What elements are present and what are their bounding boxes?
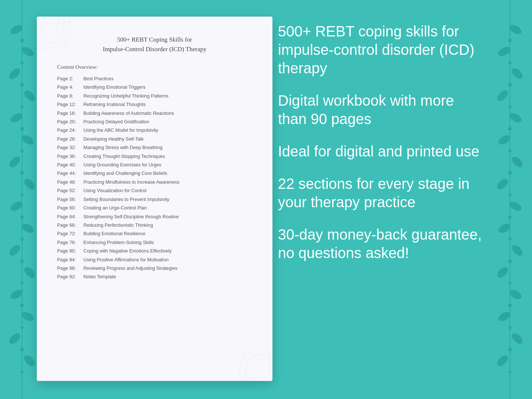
svg-point-50 — [508, 39, 512, 42]
svg-point-56 — [508, 171, 512, 175]
svg-point-7 — [7, 155, 22, 169]
toc-item-21: Page 80: Coping with Negative Emotions E… — [57, 248, 252, 254]
toc-title-22: Using Positive Affirmations for Motivati… — [84, 257, 169, 262]
toc-page-9: Page 32: — [57, 144, 82, 151]
svg-point-3 — [7, 66, 22, 81]
svg-point-9 — [9, 200, 24, 212]
toc-item-4: Page 12: Reframing Irrational Thoughts — [57, 101, 252, 108]
svg-point-32 — [21, 370, 24, 373]
toc-title-16: Creating an Urge-Control Plan — [84, 205, 147, 211]
svg-point-67 — [37, 17, 64, 44]
svg-point-29 — [20, 304, 24, 307]
toc-item-14: Page 52: Using Visualization for Control — [57, 187, 252, 194]
right-panel-bullet5: 30-day money-back guarantee, no question… — [278, 225, 484, 262]
toc-item-8: Page 28: Developing Healthy Self-Talk — [57, 136, 252, 142]
svg-point-64 — [508, 348, 512, 352]
toc-title-9: Managing Stress with Deep Breathing — [84, 145, 163, 150]
svg-point-34 — [508, 23, 523, 36]
toc-title-13: Practicing Mindfulness to Increase Aware… — [84, 179, 180, 185]
right-panel: 500+ REBT coping skills for impulse-cont… — [278, 22, 484, 276]
svg-point-5 — [9, 111, 24, 124]
svg-point-65 — [508, 370, 511, 373]
toc-page-3: Page 8: — [57, 93, 82, 99]
toc-item-3: Page 8: Recognizing Unhelpful Thinking P… — [57, 93, 252, 99]
toc-title-7: Using the ABC Model for Impulsivity — [84, 127, 158, 133]
toc-item-16: Page 60: Creating an Urge-Control Plan — [57, 205, 252, 211]
svg-point-24 — [21, 194, 24, 197]
svg-point-45 — [495, 265, 510, 280]
toc-page-7: Page 24: — [57, 127, 82, 134]
svg-point-43 — [497, 222, 512, 234]
toc-page-21: Page 80: — [57, 248, 82, 254]
right-panel-bullet2: Digital workbook with more than 90 pages — [278, 91, 484, 128]
toc-item-23: Page 88: Reviewing Progress and Adjustin… — [57, 265, 252, 272]
document-card: 500+ REBT Coping Skills for Impulse-Cont… — [37, 17, 272, 381]
toc-title-20: Enhancing Problem-Solving Skills — [84, 240, 154, 245]
svg-point-4 — [22, 88, 37, 103]
svg-point-14 — [20, 310, 35, 323]
toc-item-6: Page 20: Practicing Delayed Gratificatio… — [57, 119, 252, 125]
toc-title-24: Notes Template — [84, 274, 116, 279]
right-panel-bullet1: 500+ REBT coping skills for impulse-cont… — [278, 22, 484, 77]
svg-point-49 — [495, 353, 510, 368]
toc-title-23: Reviewing Progress and Adjusting Strateg… — [84, 265, 177, 271]
svg-point-17 — [20, 39, 24, 42]
svg-point-42 — [508, 200, 523, 212]
toc-page-4: Page 12: — [57, 101, 82, 108]
toc-title-19: Building Emotional Resilience — [84, 231, 146, 236]
doc-title-line1: 500+ REBT Coping Skills for — [117, 36, 192, 43]
svg-point-23 — [20, 171, 24, 175]
toc-page-5: Page 16: — [57, 110, 82, 117]
doc-corner-decoration-br — [206, 329, 272, 381]
svg-point-52 — [508, 83, 512, 86]
toc-item-5: Page 16: Building Awareness of Automatic… — [57, 110, 252, 117]
svg-point-68 — [37, 17, 70, 50]
svg-point-13 — [9, 288, 24, 301]
toc-item-12: Page 44: Identifying and Challenging Cor… — [57, 170, 252, 177]
toc-page-1: Page 2: — [57, 75, 82, 82]
svg-point-55 — [508, 149, 511, 152]
svg-point-8 — [22, 177, 37, 191]
svg-point-72 — [239, 348, 272, 381]
svg-point-39 — [497, 133, 512, 146]
svg-point-11 — [7, 243, 22, 258]
svg-point-37 — [495, 88, 510, 103]
right-panel-bullet3: Ideal for digital and printed use — [278, 142, 484, 160]
toc-item-7: Page 24: Using the ABC Model for Impulsi… — [57, 127, 252, 134]
toc-page-10: Page 36: — [57, 153, 82, 160]
toc-item-10: Page 36: Creating Thought-Stopping Techn… — [57, 153, 252, 160]
toc-item-15: Page 56: Setting Boundaries to Prevent I… — [57, 196, 252, 203]
svg-point-26 — [21, 238, 24, 241]
toc-title-17: Strengthening Self-Discipline through Ro… — [84, 214, 179, 219]
toc-page-23: Page 88: — [57, 265, 82, 272]
doc-title-line2: Impulse-Control Disorder (ICD) Therapy — [103, 46, 207, 53]
toc-title-15: Setting Boundaries to Prevent Impulsivit… — [84, 197, 169, 202]
svg-point-22 — [21, 149, 24, 152]
svg-point-40 — [510, 155, 525, 169]
toc-page-14: Page 52: — [57, 187, 82, 194]
toc-title-1: Best Practices — [84, 76, 114, 81]
toc-title-8: Developing Healthy Self-Talk — [84, 136, 144, 142]
toc-title-18: Reducing Perfectionistic Thinking — [84, 222, 153, 228]
svg-point-25 — [20, 215, 24, 219]
toc-item-19: Page 72: Building Emotional Resilience — [57, 230, 252, 237]
toc-page-12: Page 44: — [57, 170, 82, 177]
svg-point-54 — [508, 127, 512, 131]
svg-point-36 — [510, 66, 525, 81]
toc-title-5: Building Awareness of Automatic Reaction… — [84, 110, 174, 116]
svg-point-60 — [508, 259, 512, 263]
toc-page-8: Page 28: — [57, 136, 82, 142]
table-of-contents: Page 2: Best Practices Page 4: Identifyi… — [57, 75, 252, 280]
toc-page-6: Page 20: — [57, 119, 82, 125]
toc-page-17: Page 64: — [57, 213, 82, 220]
toc-title-3: Recognizing Unhelpful Thinking Patterns — [84, 93, 169, 99]
toc-item-22: Page 84: Using Positive Affirmations for… — [57, 257, 252, 263]
toc-item-24: Page 92: Notes Template — [57, 273, 252, 280]
toc-title-6: Practicing Delayed Gratification — [84, 119, 149, 124]
toc-item-11: Page 40: Using Grounding Exercises for U… — [57, 162, 252, 168]
svg-point-44 — [510, 243, 525, 258]
toc-page-2: Page 4: — [57, 84, 82, 91]
svg-point-27 — [20, 259, 24, 263]
svg-point-15 — [7, 331, 22, 346]
svg-point-6 — [20, 133, 35, 146]
